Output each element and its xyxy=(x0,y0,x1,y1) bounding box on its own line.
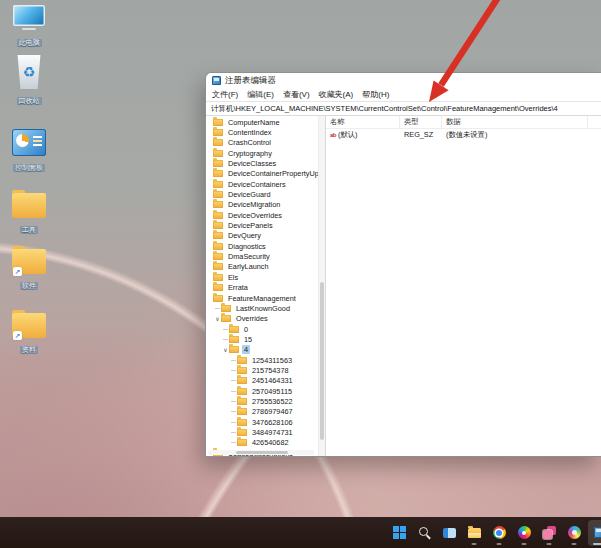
tree-item-DeviceClasses[interactable]: DeviceClasses xyxy=(206,158,318,168)
tree-item-CrashControl[interactable]: CrashControl xyxy=(206,138,318,148)
tree-horizontal-scrollbar[interactable] xyxy=(208,450,314,455)
control-panel-icon xyxy=(12,129,46,156)
desktop-icon-folder-3[interactable]: 工具 xyxy=(1,193,57,236)
tree-item-LastKnownGood[interactable]: LastKnownGood xyxy=(206,303,318,313)
tree-item-label: DeviceOverrides xyxy=(226,211,284,220)
tree-connector xyxy=(222,329,229,330)
folder-icon xyxy=(237,408,247,415)
tree-item-1254311563[interactable]: 1254311563 xyxy=(206,355,318,365)
taskbar-button-start[interactable] xyxy=(388,520,410,546)
desktop-icon-folder-4[interactable]: ↗软件 xyxy=(1,249,57,292)
taskbar-button-paint[interactable] xyxy=(563,520,585,546)
column-header-data[interactable]: 数据 xyxy=(442,116,588,128)
tree-item-2755536522[interactable]: 2755536522 xyxy=(206,396,318,406)
tree-item-DeviceGuard[interactable]: DeviceGuard xyxy=(206,189,318,199)
tree-item-3476628106[interactable]: 3476628106 xyxy=(206,417,318,427)
tree-item-DevQuery[interactable]: DevQuery xyxy=(206,231,318,241)
tree-connector xyxy=(230,380,237,381)
menu-h[interactable]: 帮助(H) xyxy=(362,89,389,100)
tree-indent xyxy=(206,329,222,330)
folder-icon xyxy=(213,201,223,208)
tree-indent xyxy=(206,432,230,433)
registry-address-bar[interactable]: 计算机\HKEY_LOCAL_MACHINE\SYSTEM\CurrentCon… xyxy=(206,101,601,116)
tree-vertical-scrollbar[interactable] xyxy=(318,116,325,456)
taskbar-button-search[interactable] xyxy=(413,520,435,546)
running-indicator xyxy=(522,543,527,545)
folder-icon xyxy=(213,243,223,250)
column-header-name[interactable]: 名称 xyxy=(326,116,400,128)
tree-item-DeviceContainers[interactable]: DeviceContainers xyxy=(206,179,318,189)
tree-item-Diagnostics[interactable]: Diagnostics xyxy=(206,241,318,251)
menu-v[interactable]: 查看(V) xyxy=(283,89,310,100)
taskbar-button-file-explorer[interactable] xyxy=(463,520,485,546)
tree-item-2570495115[interactable]: 2570495115 xyxy=(206,386,318,396)
tree-indent xyxy=(206,308,214,309)
string-value-icon: ab xyxy=(330,132,336,138)
tree-connector xyxy=(230,432,237,433)
desktop-icon-this-pc-0[interactable]: 此电脑 xyxy=(1,5,57,49)
tree-item-DeviceOverrides[interactable]: DeviceOverrides xyxy=(206,210,318,220)
tree-item-DeviceMigration[interactable]: DeviceMigration xyxy=(206,200,318,210)
tree-item-EarlyLaunch[interactable]: EarlyLaunch xyxy=(206,262,318,272)
menu-a[interactable]: 收藏夹(A) xyxy=(319,89,354,100)
taskbar-button-regedit[interactable] xyxy=(588,520,601,546)
tree-item-ContentIndex[interactable]: ContentIndex xyxy=(206,127,318,137)
value-row-default[interactable]: ab (默认) REG_SZ (数值未设置) xyxy=(326,129,601,140)
tree-item-FeatureManagement[interactable]: FeatureManagement xyxy=(206,293,318,303)
tree-connector xyxy=(222,339,229,340)
taskbar-button-task-view[interactable] xyxy=(438,520,460,546)
tree-item-label: 1254311563 xyxy=(250,356,294,365)
tree-item-label: Errata xyxy=(226,283,250,292)
tree-item-3484974731[interactable]: 3484974731 xyxy=(206,427,318,437)
tree-item-Errata[interactable]: Errata xyxy=(206,283,318,293)
tree-item-DmaSecurity[interactable]: DmaSecurity xyxy=(206,251,318,261)
folder-icon xyxy=(213,263,223,270)
desktop-icon-control-panel-2[interactable]: 控制面板 xyxy=(1,129,57,174)
desktop-icon-folder-5[interactable]: ↗资料 xyxy=(1,313,57,356)
tree-item-label: 2451464331 xyxy=(250,376,295,385)
tree-item-DevicePanels[interactable]: DevicePanels xyxy=(206,220,318,230)
tree-item-Cryptography[interactable]: Cryptography xyxy=(206,148,318,158)
tree-indent xyxy=(206,411,230,412)
tree-item-Els[interactable]: Els xyxy=(206,272,318,282)
expanded-chevron-icon[interactable]: ∨ xyxy=(214,315,221,322)
folder-icon xyxy=(229,326,239,333)
tree-item-15[interactable]: 15 xyxy=(206,334,318,344)
menu-f[interactable]: 文件(F) xyxy=(212,89,238,100)
desktop-icon-area: 此电脑回收站控制面板工具↗软件↗资料 xyxy=(0,0,60,460)
tree-item-426540682[interactable]: 426540682 xyxy=(206,438,318,448)
scrollbar-thumb[interactable] xyxy=(236,451,288,454)
taskbar-button-edge[interactable] xyxy=(513,520,535,546)
folder-icon xyxy=(221,305,231,312)
expanded-chevron-icon[interactable]: ∨ xyxy=(222,346,229,353)
tree-connector xyxy=(230,411,237,412)
registry-path: 计算机\HKEY_LOCAL_MACHINE\SYSTEM\CurrentCon… xyxy=(211,104,558,114)
taskbar-button-chrome[interactable] xyxy=(488,520,510,546)
folder-icon xyxy=(213,222,223,229)
tree-item-DeviceContainerPropertyUpda[interactable]: DeviceContainerPropertyUpda xyxy=(206,169,318,179)
tree-item-label: DeviceMigration xyxy=(226,200,282,209)
tree-indent xyxy=(206,318,214,319)
scrollbar-thumb[interactable] xyxy=(320,282,324,440)
tree-item-label: CrashControl xyxy=(226,138,273,147)
shortcut-arrow-icon: ↗ xyxy=(13,331,22,340)
desktop-icon-recycle-bin-1[interactable]: 回收站 xyxy=(1,55,57,107)
folder-icon xyxy=(237,398,247,405)
tree-item-Overrides[interactable]: ∨Overrides xyxy=(206,314,318,324)
regedit-icon xyxy=(594,527,601,538)
tree-item-2786979467[interactable]: 2786979467 xyxy=(206,407,318,417)
shortcut-arrow-icon: ↗ xyxy=(13,267,22,276)
taskbar-button-photos[interactable] xyxy=(538,520,560,546)
tree-item-2451464331[interactable]: 2451464331 xyxy=(206,376,318,386)
tree-item-ComputerName[interactable]: ComputerName xyxy=(206,117,318,127)
folder-icon xyxy=(213,253,223,260)
folder-icon xyxy=(213,284,223,291)
tree-indent xyxy=(206,339,222,340)
menu-e[interactable]: 编辑(E) xyxy=(247,89,274,100)
tree-indent xyxy=(206,391,230,392)
tree-item-4[interactable]: ∨4 xyxy=(206,345,318,355)
column-header-type[interactable]: 类型 xyxy=(400,116,442,128)
tree-item-215754378[interactable]: 215754378 xyxy=(206,365,318,375)
window-titlebar[interactable]: 注册表编辑器 xyxy=(206,73,601,88)
tree-item-0[interactable]: 0 xyxy=(206,324,318,334)
